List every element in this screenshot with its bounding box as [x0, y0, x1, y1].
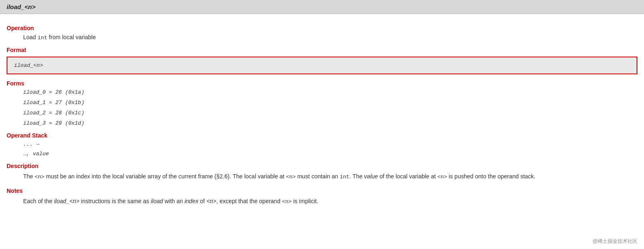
notes-index: index: [185, 198, 198, 204]
page-title: iload_<n>: [0, 0, 644, 14]
operand-stack-heading: Operand Stack: [7, 132, 637, 139]
operation-text: Load int from local variable: [23, 34, 637, 41]
operation-code: int: [38, 35, 47, 41]
operand-stack-item-1: …, value: [23, 151, 637, 157]
watermark: @稀土掘金技术社区: [593, 238, 637, 245]
description-text: The <n> must be an index into the local …: [23, 172, 637, 182]
form-item-1: iload_1 = 27 (0x1b): [23, 100, 637, 106]
desc-n-3: <n>: [437, 174, 447, 180]
desc-n-1: <n>: [35, 174, 44, 180]
notes-text: Each of the iload_<n> instructions is th…: [23, 197, 637, 206]
main-content: Operation Load int from local variable F…: [0, 14, 644, 215]
operand-stack-item-0: ... →: [23, 141, 637, 147]
notes-heading: Notes: [7, 187, 637, 194]
format-box: iload_<n>: [7, 57, 637, 74]
forms-list: iload_0 = 26 (0x1a) iload_1 = 27 (0x1b) …: [23, 89, 637, 126]
form-item-2: iload_2 = 28 (0x1c): [23, 110, 637, 116]
desc-int: int: [340, 174, 349, 180]
desc-n-2: <n>: [286, 174, 295, 180]
forms-heading: Forms: [7, 80, 637, 87]
description-heading: Description: [7, 163, 637, 169]
notes-n: <n>: [207, 198, 216, 204]
notes-n-code: <n>: [282, 199, 292, 205]
operand-stack-list: ... → …, value: [23, 141, 637, 157]
notes-iload-n: iload_<n>: [54, 198, 80, 204]
format-heading: Format: [7, 47, 637, 53]
form-item-0: iload_0 = 26 (0x1a): [23, 89, 637, 95]
desc-link[interactable]: §2.6: [216, 173, 228, 180]
form-item-3: iload_3 = 29 (0x1d): [23, 120, 637, 126]
notes-iload: iload: [151, 198, 163, 204]
operation-heading: Operation: [7, 25, 637, 31]
